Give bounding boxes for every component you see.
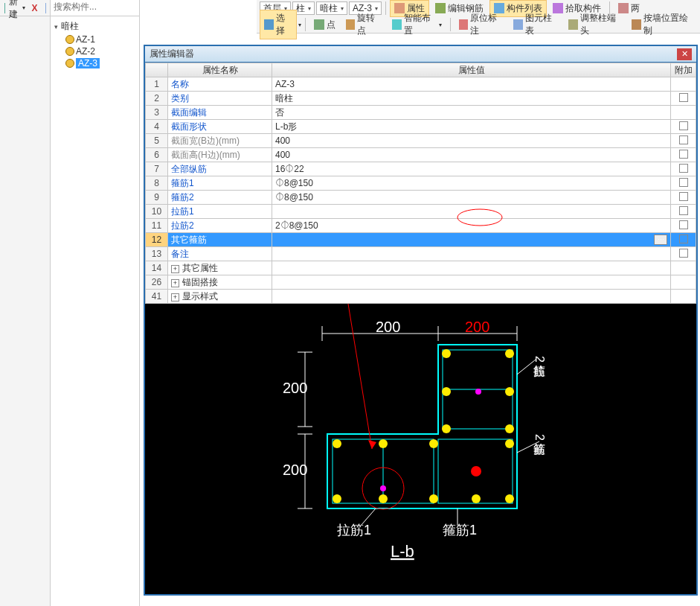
select-button[interactable]: 选择 xyxy=(260,10,297,39)
extra-checkbox-cell[interactable] xyxy=(671,162,696,176)
collapse-icon[interactable]: ▾ xyxy=(52,23,60,31)
rotate-point-button[interactable]: 旋转点 xyxy=(341,10,387,39)
checkbox[interactable] xyxy=(679,93,688,102)
property-name-cell[interactable]: 截面形状 xyxy=(168,120,272,134)
new-label[interactable]: 新建 xyxy=(9,0,18,21)
property-row[interactable]: 5截面宽(B边)(mm)400 xyxy=(146,134,696,148)
property-row[interactable]: 11拉筋22⏀8@150 xyxy=(146,219,696,233)
property-name-cell[interactable]: 全部纵筋 xyxy=(168,162,272,176)
extra-checkbox-cell[interactable] xyxy=(671,134,696,148)
property-name-cell[interactable]: 箍筋2 xyxy=(168,191,272,205)
property-row[interactable]: 6截面高(H边)(mm)400 xyxy=(146,148,696,162)
extra-checkbox-cell[interactable] xyxy=(671,120,696,134)
tree-item-az1[interactable]: AZ-1 xyxy=(65,34,138,45)
extra-checkbox-cell[interactable] xyxy=(671,233,696,247)
extra-checkbox-cell[interactable] xyxy=(671,77,696,92)
checkbox[interactable] xyxy=(679,121,688,130)
property-row[interactable]: 12其它箍筋⋯ xyxy=(146,233,696,247)
property-value-cell[interactable]: 2⏀8@150 xyxy=(272,219,671,233)
property-value-cell[interactable]: ⏀8@150 xyxy=(272,191,671,205)
extra-checkbox-cell[interactable] xyxy=(671,275,696,290)
property-name-cell[interactable]: 备注 xyxy=(168,247,272,261)
property-value-cell[interactable]: 400 xyxy=(272,134,671,148)
property-value-cell[interactable] xyxy=(272,290,671,304)
property-name-cell[interactable]: +锚固搭接 xyxy=(168,275,272,290)
extra-checkbox-cell[interactable] xyxy=(671,191,696,205)
checkbox[interactable] xyxy=(679,150,688,159)
search-input[interactable] xyxy=(54,1,136,12)
property-name-cell[interactable]: 类别 xyxy=(168,92,272,106)
extra-checkbox-cell[interactable] xyxy=(671,148,696,162)
expand-icon[interactable]: + xyxy=(171,293,179,302)
property-name-cell[interactable]: 其它箍筋 xyxy=(168,233,272,247)
point-button[interactable]: 点 xyxy=(309,16,340,34)
property-name-cell[interactable]: 截面编辑 xyxy=(168,106,272,120)
property-value-cell[interactable]: 暗柱 xyxy=(272,92,671,106)
expand-icon[interactable]: + xyxy=(171,279,179,287)
property-value-cell[interactable]: AZ-3 xyxy=(272,77,671,92)
property-name-cell[interactable]: 截面高(H边)(mm) xyxy=(168,148,272,162)
close-button[interactable]: ✕ xyxy=(677,48,692,60)
extra-checkbox-cell[interactable] xyxy=(671,261,696,275)
property-value-cell[interactable]: 否 xyxy=(272,106,671,120)
property-row[interactable]: 7全部纵筋16⏀22 xyxy=(146,162,696,176)
extra-checkbox-cell[interactable] xyxy=(671,92,696,106)
ellipsis-button[interactable]: ⋯ xyxy=(654,235,667,245)
search-box[interactable] xyxy=(51,0,139,16)
property-value-cell[interactable] xyxy=(272,205,671,219)
extra-header[interactable]: 附加 xyxy=(671,63,696,77)
adjust-head-button[interactable]: 调整柱端头 xyxy=(564,10,626,39)
property-name-cell[interactable]: 拉筋1 xyxy=(168,205,272,219)
name-header[interactable]: 属性名称 xyxy=(168,63,272,77)
extra-checkbox-cell[interactable] xyxy=(671,247,696,261)
wall-pos-draw-button[interactable]: 按墙位置绘制 xyxy=(627,10,697,39)
section-canvas[interactable]: 200 200 200 200 xyxy=(145,304,696,594)
property-name-cell[interactable]: 截面宽(B边)(mm) xyxy=(168,134,272,148)
property-row[interactable]: 41+显示样式 xyxy=(146,290,696,304)
value-header[interactable]: 属性值 xyxy=(272,63,671,77)
property-value-cell[interactable]: L-b形 xyxy=(272,120,671,134)
tree-item-az2[interactable]: AZ-2 xyxy=(65,45,138,57)
property-row[interactable]: 4截面形状L-b形 xyxy=(146,120,696,134)
checkbox[interactable] xyxy=(679,178,688,187)
property-value-cell[interactable] xyxy=(272,247,671,261)
property-value-cell[interactable]: ⋯ xyxy=(272,233,671,247)
checkbox[interactable] xyxy=(679,192,688,201)
property-row[interactable]: 8箍筋1⏀8@150 xyxy=(146,176,696,191)
tree-root-node[interactable]: ▾ 暗柱 xyxy=(52,19,138,34)
property-name-cell[interactable]: +其它属性 xyxy=(168,261,272,275)
checkbox[interactable] xyxy=(679,235,688,243)
extra-checkbox-cell[interactable] xyxy=(671,219,696,233)
property-row[interactable]: 1名称AZ-3 xyxy=(146,77,696,92)
property-value-cell[interactable]: 16⏀22 xyxy=(272,162,671,176)
dialog-titlebar[interactable]: 属性编辑器 ✕ xyxy=(145,46,696,63)
origin-mark-button[interactable]: 原位标注 xyxy=(455,10,508,39)
property-name-cell[interactable]: 拉筋2 xyxy=(168,219,272,233)
checkbox[interactable] xyxy=(679,135,688,144)
property-row[interactable]: 10拉筋1 xyxy=(146,205,696,219)
smart-layout-button[interactable]: 智能布置▾ xyxy=(388,10,446,39)
property-row[interactable]: 13备注 xyxy=(146,247,696,261)
property-row[interactable]: 9箍筋2⏀8@150 xyxy=(146,191,696,205)
property-name-cell[interactable]: +显示样式 xyxy=(168,290,272,304)
checkbox[interactable] xyxy=(679,249,688,258)
property-value-cell[interactable]: ⏀8@150 xyxy=(272,176,671,191)
checkbox[interactable] xyxy=(679,220,688,229)
extra-checkbox-cell[interactable] xyxy=(671,176,696,191)
checkbox[interactable] xyxy=(679,164,688,173)
property-name-cell[interactable]: 名称 xyxy=(168,77,272,92)
delete-x[interactable]: X xyxy=(31,3,37,13)
extra-checkbox-cell[interactable] xyxy=(671,290,696,304)
property-row[interactable]: 2类别暗柱 xyxy=(146,92,696,106)
property-value-cell[interactable] xyxy=(272,275,671,290)
checkbox[interactable] xyxy=(679,206,688,215)
extra-checkbox-cell[interactable] xyxy=(671,205,696,219)
property-row[interactable]: 26+锚固搭接 xyxy=(146,275,696,290)
column-table-button[interactable]: 图元柱表 xyxy=(509,10,562,39)
tree-item-az3[interactable]: AZ-3 xyxy=(65,57,138,69)
property-row[interactable]: 3截面编辑否 xyxy=(146,106,696,120)
property-value-cell[interactable]: 400 xyxy=(272,148,671,162)
extra-checkbox-cell[interactable] xyxy=(671,106,696,120)
expand-icon[interactable]: + xyxy=(171,265,179,273)
property-value-cell[interactable] xyxy=(272,261,671,275)
